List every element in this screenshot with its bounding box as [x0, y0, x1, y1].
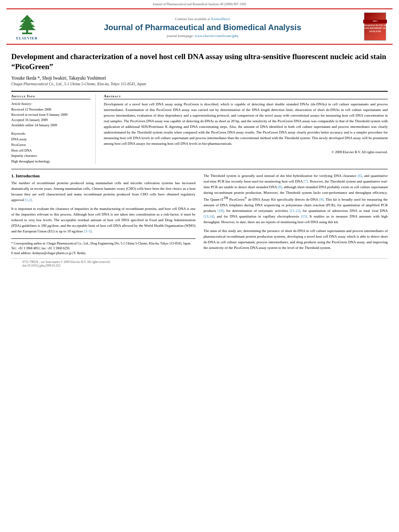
svg-point-8	[31, 24, 33, 25]
journal-meta-top: Journal of Pharmaceutical and Biomedical…	[0, 0, 399, 7]
abstract-col: Abstract Development of a novel host cel…	[104, 94, 388, 164]
accepted-date: Accepted 16 January 2009	[11, 117, 90, 123]
body-left-col: 1. Introduction The number of recombinan…	[11, 173, 195, 255]
right-para-2: The aims of this study are; determining …	[204, 228, 388, 251]
header-band: ELSEVIER Contents lists available at Sci…	[6, 8, 393, 45]
keyword-4: Impurity clearance	[11, 153, 90, 159]
received-date: Received 12 November 2008	[11, 107, 90, 112]
svg-point-6	[29, 19, 31, 20]
keywords-label: Keywords:	[11, 131, 90, 136]
history-label: Article history:	[11, 102, 90, 106]
article-title: Development and characterization of a no…	[11, 52, 388, 72]
intro-para-1: The number of recombinant proteins produ…	[11, 181, 195, 203]
abstract-text: Development of a novel host cell DNA ass…	[104, 102, 388, 147]
keyword-1: DNA assay	[11, 137, 90, 142]
svg-point-5	[23, 20, 25, 21]
issn-line: 0731-7085/$ – see front matter © 2009 El…	[23, 260, 110, 264]
bottom-bar: 0731-7085/$ – see front matter © 2009 El…	[11, 258, 388, 269]
journal-url[interactable]: www.elsevier.com/locate/jpba	[195, 34, 238, 38]
elsevier-label: ELSEVIER	[16, 36, 38, 40]
keyword-3: Host cell DNA	[11, 148, 90, 154]
keyword-2: PicoGreen	[11, 142, 90, 148]
cover-text: JPBA PHARMACEUTICALAND BIOMEDICALANALYSI…	[362, 19, 388, 34]
affiliation: Chugai Pharmaceutical Co., Ltd., 5-1 Uki…	[11, 82, 388, 86]
intro-para-2: It is important to evaluate the clearanc…	[11, 206, 195, 234]
journal-citation: Journal of Pharmaceutical and Biomedical…	[153, 2, 247, 6]
journal-title-block: Contents lists available at ScienceDirec…	[41, 15, 364, 38]
svg-rect-1	[22, 33, 32, 34]
sciencedirect-link[interactable]: ScienceDirect	[211, 17, 230, 21]
body-two-col: 1. Introduction The number of recombinan…	[11, 169, 388, 255]
page-container: Journal of Pharmaceutical and Biomedical…	[0, 0, 399, 273]
doi-line: doi:10.1016/j.jpba.2009.01.022	[23, 264, 60, 267]
abstract-label: Abstract	[104, 94, 388, 99]
received-revised-date: Received in revised form 9 January 2009	[11, 112, 90, 117]
contents-available-line: Contents lists available at ScienceDirec…	[47, 15, 358, 23]
article-info-col: Article Info Article history: Received 1…	[11, 94, 96, 164]
body-right-col: The Threshold system is generally used i…	[204, 173, 388, 255]
corresponding-author-note: * Corresponding author at: Chugai Pharma…	[11, 241, 195, 251]
intro-heading: 1. Introduction	[11, 173, 195, 178]
right-para-1: The Threshold system is generally used i…	[204, 173, 388, 225]
available-online-date: Available online 24 January 2009	[11, 123, 90, 128]
elsevier-tree-icon	[16, 13, 38, 35]
journal-homepage: journal homepage: www.elsevier.com/locat…	[41, 34, 364, 38]
article-info-label: Article Info	[11, 94, 90, 99]
article-info-abstract-section: Article Info Article history: Received 1…	[11, 91, 388, 164]
copyright: © 2009 Elsevier B.V. All rights reserved…	[104, 150, 388, 154]
email-note: E-mail address: ikedayus@chugai-pharm.co…	[11, 251, 195, 256]
journal-title: Journal of Pharmaceutical and Biomedical…	[41, 23, 364, 32]
elsevier-logo: ELSEVIER	[13, 13, 41, 40]
svg-point-7	[21, 25, 23, 26]
keyword-5: High throughput technology	[11, 159, 90, 164]
footnote-area: * Corresponding author at: Chugai Pharma…	[11, 238, 195, 256]
main-content: Development and characterization of a no…	[0, 45, 399, 273]
authors-line: Yosuke Ikeda *, Shoji Iwakiri, Takayuki …	[11, 76, 388, 80]
journal-cover-image: JPBA PHARMACEUTICALAND BIOMEDICALANALYSI…	[364, 12, 386, 41]
